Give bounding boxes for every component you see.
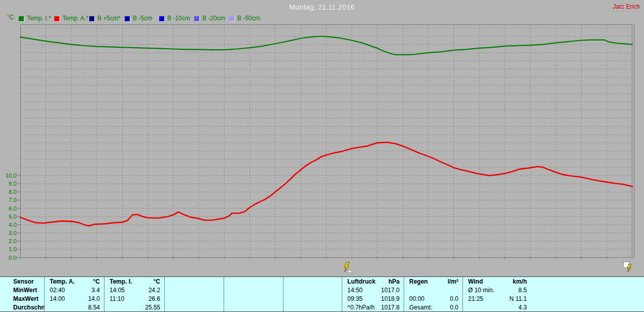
max-value: 14.0 — [88, 295, 100, 302]
max-value: 1018.9 — [381, 295, 400, 302]
avg-value: 1017.8 — [381, 304, 400, 311]
svg-text:1.0: 1.0 — [9, 246, 17, 252]
weather-station-window: Montag, 21.11.2016 Jarz Erich °C Temp. I… — [0, 0, 644, 312]
svg-text:0.0: 0.0 — [9, 255, 17, 261]
stats-row-label-durchschnitt: Durchschnitt — [0, 303, 44, 311]
min-value: 8.5 — [518, 287, 527, 294]
stats-corner-label: Sensor — [0, 277, 44, 286]
min-time: 14:05 — [110, 287, 125, 294]
col-name: Temp. A. — [50, 278, 75, 285]
svg-text:7.0: 7.0 — [9, 197, 17, 203]
col-unit: km/h — [513, 278, 527, 285]
col-name: Wind — [468, 278, 483, 285]
stats-col-wind: Windkm/h Ø 10 min.8.5 21:25N 11.1 4.3 — [463, 277, 644, 311]
temperature-chart[interactable]: 10.09.08.07.06.05.04.03.02.01.00.0 — [0, 0, 644, 276]
svg-text:5.0: 5.0 — [9, 214, 17, 220]
svg-text:8.0: 8.0 — [9, 189, 17, 195]
avg-value: 25.55 — [145, 304, 160, 311]
col-unit: hPa — [388, 278, 400, 285]
selection-flash-cursor-icon[interactable] — [623, 261, 634, 272]
min-value: 24.2 — [149, 287, 160, 294]
max-value: 0.0 — [450, 295, 458, 302]
svg-text:9.0: 9.0 — [9, 181, 17, 187]
svg-text:2.0: 2.0 — [9, 238, 17, 244]
max-time: 09:35 — [347, 295, 363, 302]
stats-row-label-minwert: MinWert — [0, 286, 44, 294]
max-time: 14:00 — [50, 295, 65, 302]
avg-value: 0.0 — [450, 304, 458, 311]
min-time: 02:40 — [50, 287, 65, 294]
max-time: 21:25 — [468, 295, 483, 302]
min-time: Ø 10 min. — [468, 287, 494, 294]
avg-label: ^0.7hPa/h — [347, 304, 375, 311]
min-value: 3.4 — [91, 287, 100, 294]
max-value: 26.6 — [149, 295, 160, 302]
stats-col-temp-a: Temp. A.°C 02:403.4 14:0014.0 8.54 — [45, 277, 104, 311]
col-unit: °C — [93, 278, 100, 285]
max-time: 11:10 — [110, 295, 124, 302]
avg-label: Gesamt: — [409, 304, 432, 311]
col-unit: l/m² — [448, 278, 458, 285]
stats-col-empty-2 — [224, 277, 283, 311]
svg-text:4.0: 4.0 — [9, 222, 17, 228]
stats-col-temp-i: Temp. I.°C 14:0524.2 11:1026.6 25.55 — [104, 277, 165, 311]
stats-col-empty-1 — [165, 277, 224, 311]
stats-row-label-maxwert: MaxWert — [0, 294, 44, 303]
min-value: 1017.0 — [381, 287, 400, 294]
svg-text:10.0: 10.0 — [6, 172, 17, 179]
stats-row-labels: Sensor MinWert MaxWert Durchschnitt — [0, 277, 45, 311]
flash-cursor-icon[interactable] — [342, 262, 352, 273]
col-name: Luftdruck — [347, 278, 375, 285]
max-value: N 11.1 — [510, 295, 527, 302]
avg-value: 8.54 — [88, 304, 100, 311]
svg-text:3.0: 3.0 — [9, 230, 17, 236]
stats-col-regen: Regenl/m² 00:000.0 Gesamt:0.0 — [404, 277, 463, 311]
stats-col-empty-3 — [283, 277, 342, 311]
stats-table: Sensor MinWert MaxWert Durchschnitt Temp… — [0, 276, 644, 312]
min-time: 14:50 — [347, 287, 363, 294]
col-name: Temp. I. — [110, 278, 132, 285]
svg-text:6.0: 6.0 — [9, 205, 17, 212]
stats-col-luftdruck: LuftdruckhPa 14:501017.0 09:351018.9 ^0.… — [342, 277, 404, 311]
col-unit: °C — [154, 278, 160, 285]
max-time: 00:00 — [409, 295, 424, 302]
col-name: Regen — [409, 278, 428, 285]
avg-value: 4.3 — [518, 304, 527, 311]
